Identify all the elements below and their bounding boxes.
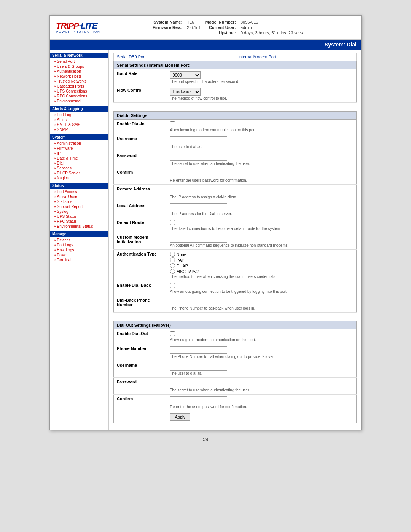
auth-pap-radio[interactable] — [170, 257, 175, 262]
enable-dial-out-row: Enable Dial-Out Allow outgoing modem com… — [114, 329, 357, 344]
default-route-checkbox[interactable] — [170, 220, 175, 225]
auth-pap-option[interactable]: PAP — [170, 257, 354, 262]
firmware-label: Firmware Rev.: — [150, 25, 185, 30]
sidebar-item-alerts[interactable]: »Alerts — [50, 117, 108, 122]
password-dialin-input[interactable] — [170, 153, 227, 161]
sidebar-item-terminal[interactable]: »Terminal — [50, 257, 108, 262]
phone-number-out-input[interactable] — [170, 346, 227, 354]
sidebar-section-system: System — [50, 134, 108, 140]
sidebar-item-date-time[interactable]: »Date & Time — [50, 156, 108, 161]
sidebar-item-devices[interactable]: »Devices — [50, 238, 108, 243]
dialback-phone-input[interactable] — [170, 298, 227, 305]
password-out-desc: The secret to use when authenticating th… — [170, 388, 354, 392]
arrow-icon: » — [54, 151, 56, 155]
dial-out-table: Dial-Out Settings (Failover) Enable Dial… — [113, 321, 357, 423]
username-dialin-input[interactable] — [170, 136, 227, 144]
sidebar-item-firmware[interactable]: »Firmware — [50, 146, 108, 151]
dial-in-title: Dial-In Settings — [114, 112, 357, 120]
sidebar-item-power[interactable]: »Power — [50, 252, 108, 257]
sidebar-item-ip[interactable]: »IP — [50, 151, 108, 156]
arrow-icon: » — [54, 214, 56, 219]
auth-none-option[interactable]: None — [170, 252, 354, 257]
sidebar-item-environmental[interactable]: »Environmental — [50, 99, 108, 104]
custom-modem-input[interactable] — [170, 235, 227, 243]
section-gap-2 — [113, 316, 357, 321]
sidebar-item-cascaded-ports[interactable]: »Cascaded Ports — [50, 84, 108, 89]
sidebar-item-env-status[interactable]: »Environmental Status — [50, 224, 108, 229]
auth-none-radio[interactable] — [170, 252, 175, 257]
auth-chap-radio[interactable] — [170, 263, 175, 268]
username-out-row: Username The user to dial as. — [114, 361, 357, 378]
remote-address-input[interactable] — [170, 187, 227, 194]
sidebar-item-authentication[interactable]: »Authentication — [50, 69, 108, 74]
confirm-out-input[interactable] — [170, 396, 227, 404]
dialback-phone-desc: The Phone Number to call-back when user … — [170, 306, 354, 310]
sidebar-item-administration[interactable]: »Administration — [50, 141, 108, 146]
sidebar-item-users-groups[interactable]: »Users & Groups — [50, 64, 108, 69]
auth-mschapv2-option[interactable]: MSCHAPv2 — [170, 269, 354, 274]
arrow-icon: » — [54, 171, 56, 175]
arrow-icon: » — [54, 224, 56, 228]
password-out-input[interactable] — [170, 380, 227, 387]
sidebar-item-smtp-sms[interactable]: »SMTP & SMS — [50, 122, 108, 127]
dialback-phone-label: Dial-Back Phone Number — [114, 296, 167, 313]
enable-dial-in-label: Enable Dial-In — [114, 120, 167, 134]
remote-address-row: Remote Address The IP address to assign … — [114, 185, 357, 201]
sidebar-item-rpc-connections[interactable]: »RPC Connections — [50, 94, 108, 99]
password-out-row: Password The secret to use when authenti… — [114, 378, 357, 395]
arrow-icon: » — [54, 209, 56, 214]
dial-out-title: Dial-Out Settings (Failover) — [114, 321, 357, 329]
auth-mschapv2-radio[interactable] — [170, 269, 175, 274]
baud-rate-select[interactable]: 9600 19200 38400 57600 115200 — [170, 71, 201, 79]
sidebar-item-ups-connections[interactable]: »UPS Connections — [50, 89, 108, 94]
enable-dialback-checkbox[interactable] — [170, 283, 175, 288]
port-cell-right[interactable]: Internal Modem Port — [235, 53, 356, 61]
sidebar-item-dhcp-server[interactable]: »DHCP Server — [50, 171, 108, 176]
confirm-dialin-label: Confirm — [114, 168, 167, 185]
local-address-input[interactable] — [170, 203, 227, 211]
sidebar-item-network-hosts[interactable]: »Network Hosts — [50, 74, 108, 79]
sidebar-item-nagios[interactable]: »Nagios — [50, 176, 108, 181]
sidebar-item-port-logs[interactable]: »Port Logs — [50, 243, 108, 248]
enable-dial-out-desc: Allow outgoing modem communication on th… — [170, 338, 354, 342]
password-dialin-field: The secret to use when authenticating th… — [167, 151, 357, 168]
sidebar-item-support-report[interactable]: »Support Report — [50, 204, 108, 209]
apply-button[interactable]: Apply — [170, 413, 191, 421]
sidebar-item-dial[interactable]: »Dial — [50, 161, 108, 166]
baud-rate-row: Baud Rate 9600 19200 38400 57600 115200 … — [114, 69, 357, 86]
current-user-value: admin — [238, 25, 305, 30]
serial-settings-title: Serial Settings (Internal Modem Port) — [114, 61, 357, 69]
arrow-icon: » — [54, 64, 56, 69]
sidebar-item-services[interactable]: »Services — [50, 166, 108, 171]
sidebar-item-trusted-networks[interactable]: »Trusted Networks — [50, 79, 108, 84]
username-out-input[interactable] — [170, 363, 227, 371]
arrow-icon: » — [54, 200, 56, 204]
sidebar-item-syslog[interactable]: »Syslog — [50, 209, 108, 214]
sidebar-item-statistics[interactable]: »Statistics — [50, 199, 108, 204]
sidebar: Serial & Network »Serial Port »Users & G… — [50, 50, 109, 430]
arrow-icon: » — [54, 99, 56, 103]
sidebar-item-port-log[interactable]: »Port Log — [50, 112, 108, 117]
sidebar-item-active-users[interactable]: »Active Users — [50, 194, 108, 199]
phone-number-out-row: Phone Number The Phone Number to call wh… — [114, 344, 357, 361]
sidebar-item-snmp[interactable]: »SNMP — [50, 127, 108, 132]
sidebar-item-serial-port[interactable]: »Serial Port — [50, 59, 108, 64]
flow-control-select[interactable]: Hardware Software None — [170, 88, 201, 96]
arrow-icon: » — [54, 243, 56, 247]
sidebar-section-alerts: Alerts & Logging — [50, 106, 108, 112]
arrow-icon: » — [54, 94, 56, 98]
enable-dial-in-checkbox[interactable] — [170, 121, 175, 126]
sidebar-item-ups-status[interactable]: »UPS Status — [50, 214, 108, 219]
arrow-icon: » — [54, 248, 56, 252]
phone-number-out-label: Phone Number — [114, 344, 167, 361]
auth-chap-option[interactable]: CHAP — [170, 263, 354, 268]
sidebar-item-rpc-status[interactable]: »RPC Status — [50, 219, 108, 224]
enable-dial-out-checkbox[interactable] — [170, 331, 175, 336]
port-cell-left[interactable]: Serial DB9 Port — [114, 53, 235, 61]
page-container: TRIPP·LITE POWER PROTECTION System Name:… — [49, 15, 362, 430]
confirm-out-label: Confirm — [114, 395, 167, 411]
sidebar-item-port-access[interactable]: »Port Access — [50, 189, 108, 194]
confirm-dialin-input[interactable] — [170, 170, 227, 177]
sidebar-item-host-logs[interactable]: »Host Logs — [50, 248, 108, 252]
apply-field: Apply — [167, 411, 357, 423]
